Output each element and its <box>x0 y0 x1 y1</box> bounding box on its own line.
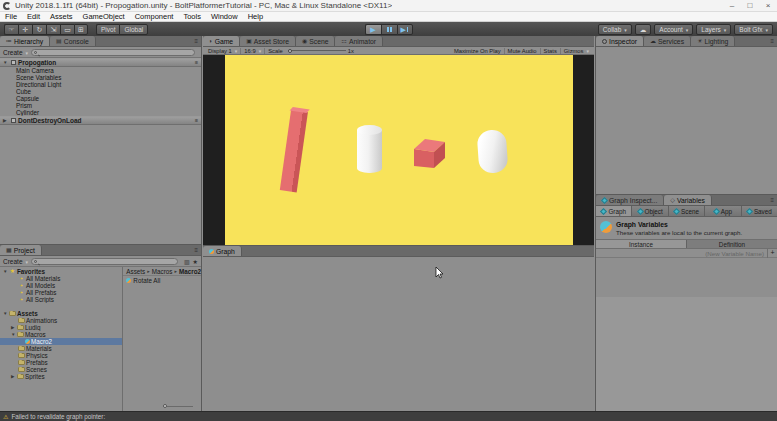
scale-tool-icon[interactable]: ⇲ <box>46 24 60 35</box>
hierarchy-search-input[interactable] <box>31 49 195 56</box>
cloud-button[interactable]: ☁ <box>635 24 652 35</box>
hierarchy-item-main-camera[interactable]: Main Camera <box>0 67 201 74</box>
tab-services[interactable]: ☁ Services <box>644 36 691 46</box>
gizmos-dropdown[interactable]: Gizmos <box>561 48 592 54</box>
menu-tools[interactable]: Tools <box>178 12 206 21</box>
tab-lighting[interactable]: ☀ Lighting <box>691 36 735 46</box>
step-button[interactable]: ▶ <box>397 24 413 35</box>
tab-project[interactable]: ▦ Project <box>0 245 42 255</box>
pivot-toggle[interactable]: Pivot <box>96 24 119 35</box>
folder-scenes[interactable]: Scenes <box>0 366 122 373</box>
breadcrumb-macro2[interactable]: Macro2 <box>179 267 201 276</box>
folder-materials[interactable]: Materials <box>0 345 122 352</box>
menu-component[interactable]: Component <box>130 12 179 21</box>
assets-root[interactable]: ▼ Assets <box>0 310 122 317</box>
pause-button[interactable] <box>381 24 397 35</box>
maximize-on-play-toggle[interactable]: Maximize On Play <box>451 48 505 54</box>
favorite-all-prefabs[interactable]: ⭑ All Prefabs <box>0 289 122 296</box>
search-by-type-icon[interactable]: ▥ <box>184 258 190 265</box>
favorite-all-models[interactable]: ⭑ All Models <box>0 282 122 289</box>
search-by-label-icon[interactable]: ★ <box>193 258 198 265</box>
rotate-tool-icon[interactable]: ↻ <box>32 24 46 35</box>
hierarchy-item-directional-light[interactable]: Directional Light <box>0 81 201 88</box>
hierarchy-create-button[interactable]: Create <box>3 49 28 56</box>
favorites-root[interactable]: ▼ ★ Favorites <box>0 268 122 275</box>
menu-help[interactable]: Help <box>243 12 268 21</box>
tab-console[interactable]: ▤ Console <box>50 36 96 46</box>
menu-assets[interactable]: Assets <box>45 12 78 21</box>
asset-rotate-all[interactable]: Rotate All <box>123 276 201 285</box>
thumbnail-size-slider[interactable] <box>163 404 193 408</box>
slider-thumb[interactable] <box>163 404 167 408</box>
folder-macros[interactable]: ▼ Macros <box>0 331 122 338</box>
display-dropdown[interactable]: Display 1 <box>205 48 241 54</box>
slider-thumb[interactable] <box>288 49 292 53</box>
collab-dropdown[interactable]: Collab <box>598 24 632 35</box>
minimize-button[interactable]: – <box>723 1 741 10</box>
kind-tab-saved[interactable]: Saved <box>742 206 777 216</box>
breadcrumb-assets[interactable]: Assets <box>126 267 145 276</box>
tab-animator[interactable]: ⚏ Animator <box>335 36 383 46</box>
rect-tool-icon[interactable]: ▭ <box>60 24 74 35</box>
kind-tab-graph[interactable]: Graph <box>596 206 632 216</box>
transform-tool-icon[interactable]: ⊞ <box>74 24 88 35</box>
stats-toggle[interactable]: Stats <box>541 48 561 54</box>
menu-gameobject[interactable]: GameObject <box>78 12 130 21</box>
kind-tab-object[interactable]: Object <box>632 206 668 216</box>
new-variable-input[interactable]: (New Variable Name) <box>596 250 767 257</box>
play-button[interactable]: ▶ <box>365 24 381 35</box>
graph-canvas[interactable] <box>203 257 594 411</box>
move-tool-icon[interactable]: ✛ <box>18 24 32 35</box>
tab-hierarchy[interactable]: ≔ Hierarchy <box>0 36 50 46</box>
tab-asset-store[interactable]: ▣ Asset Store <box>240 36 296 46</box>
layers-dropdown[interactable]: Layers <box>696 24 731 35</box>
scene-header-dontdestroyonload[interactable]: ▶ DontDestroyOnLoad ≡ <box>0 116 201 125</box>
tab-graph[interactable]: Graph <box>203 246 242 256</box>
tab-scene[interactable]: ◉ Scene <box>296 36 336 46</box>
folder-physics[interactable]: Physics <box>0 352 122 359</box>
hierarchy-item-cube[interactable]: Cube <box>0 88 201 95</box>
hand-tool-icon[interactable]: ☞ <box>4 24 18 35</box>
scene-context-menu-icon[interactable]: ≡ <box>195 58 198 67</box>
kind-tab-scene[interactable]: Scene <box>669 206 705 216</box>
menu-file[interactable]: File <box>0 12 22 21</box>
folder-animations[interactable]: Animations <box>0 317 122 324</box>
favorite-all-materials[interactable]: ⭑ All Materials <box>0 275 122 282</box>
account-dropdown[interactable]: Account <box>654 24 693 35</box>
favorite-all-scripts[interactable]: ⭑ All Scripts <box>0 296 122 303</box>
tab-definition[interactable]: Definition <box>687 240 777 248</box>
hierarchy-item-scene-variables[interactable]: Scene Variables <box>0 74 201 81</box>
mute-audio-toggle[interactable]: Mute Audio <box>505 48 541 54</box>
kind-tab-app[interactable]: App <box>705 206 741 216</box>
add-variable-button[interactable]: + <box>767 249 777 258</box>
hierarchy-item-cylinder[interactable]: Cylinder <box>0 109 201 116</box>
scene-header-propogation[interactable]: ▼ Propogation ≡ <box>0 58 201 67</box>
folder-sprites[interactable]: ▶ Sprites <box>0 373 122 380</box>
hierarchy-item-capsule[interactable]: Capsule <box>0 95 201 102</box>
layout-dropdown[interactable]: Bolt Gfx <box>734 24 773 35</box>
tab-variables[interactable]: ◇ Variables <box>664 195 711 205</box>
folder-ludiq[interactable]: ▶ Ludiq <box>0 324 122 331</box>
tab-inspector[interactable]: Inspector <box>596 36 644 46</box>
menu-window[interactable]: Window <box>206 12 243 21</box>
close-button[interactable]: × <box>759 1 777 10</box>
hierarchy-item-prism[interactable]: Prism <box>0 102 201 109</box>
tab-game[interactable]: ◗ Game <box>203 36 240 46</box>
scene-context-menu-icon[interactable]: ≡ <box>195 116 198 125</box>
foldout-closed-icon[interactable]: ▶ <box>3 116 9 125</box>
menu-edit[interactable]: Edit <box>22 12 45 21</box>
tab-instance[interactable]: Instance <box>596 240 687 248</box>
panel-menu-icon[interactable]: ≡ <box>767 195 777 205</box>
asset-macro2-selected[interactable]: Macro2 <box>0 338 122 345</box>
panel-menu-icon[interactable]: ≡ <box>191 245 201 255</box>
tab-graph-inspector[interactable]: Graph Inspect... <box>596 195 664 205</box>
aspect-ratio-dropdown[interactable]: 16:9 <box>241 48 265 54</box>
status-bar[interactable]: ⚠ Failed to revalidate graph pointer: <box>0 411 777 421</box>
project-search-input[interactable] <box>31 258 178 265</box>
global-toggle[interactable]: Global <box>119 24 148 35</box>
foldout-open-icon[interactable]: ▼ <box>3 58 9 67</box>
panel-menu-icon[interactable]: ≡ <box>767 36 777 46</box>
folder-prefabs[interactable]: Prefabs <box>0 359 122 366</box>
breadcrumb-macros[interactable]: Macros <box>152 267 173 276</box>
maximize-button[interactable]: □ <box>741 1 759 10</box>
